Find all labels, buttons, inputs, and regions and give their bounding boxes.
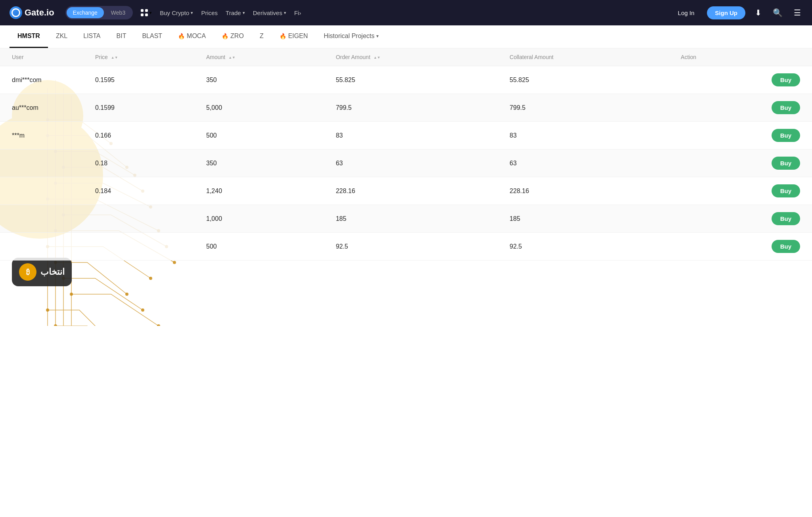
logo-text: Gate.io (25, 8, 54, 18)
trade-chevron-icon: ▾ (243, 10, 245, 15)
tab-eigen[interactable]: 🔥 EIGEN (272, 25, 316, 48)
tabs-row: HMSTR ZKL LISTA BIT BLAST 🔥 MOCA 🔥 ZRO Z… (0, 25, 812, 48)
table-row: 0.18 350 63 63 Buy (0, 149, 812, 177)
col-header-amount: Amount ▲▼ (198, 48, 328, 66)
svg-point-27 (125, 293, 128, 296)
price-sort-icon[interactable]: ▲▼ (111, 56, 118, 59)
col-header-order-amount: Order Amount ▲▼ (328, 48, 502, 66)
exchange-toggle[interactable]: Exchange (67, 7, 104, 18)
download-icon-button[interactable]: ⬇ (753, 6, 763, 19)
menu-icon-button[interactable]: ☰ (792, 6, 802, 19)
apps-icon-area[interactable]: ▾ (141, 9, 152, 16)
tab-blast[interactable]: BLAST (134, 25, 170, 48)
cell-price: 0.184 (87, 177, 198, 205)
buy-button[interactable]: Buy (772, 212, 800, 225)
cell-order-amount: 83 (328, 122, 502, 149)
nav-fi[interactable]: Fi› (294, 10, 301, 16)
cell-order-amount: 92.5 (328, 233, 502, 260)
cell-order-amount: 185 (328, 205, 502, 233)
cell-collateral-amount: 83 (502, 122, 673, 149)
cell-price: 0.1595 (87, 66, 198, 94)
svg-point-13 (54, 261, 57, 264)
col-header-collateral-amount: Collateral Amount (502, 48, 673, 66)
historical-chevron-icon: ▾ (376, 33, 379, 39)
cell-user (0, 149, 87, 177)
svg-point-28 (141, 308, 144, 312)
login-button[interactable]: Log In (673, 6, 699, 19)
search-icon-button[interactable]: 🔍 (771, 6, 784, 19)
svg-point-26 (149, 277, 152, 280)
cell-action: Buy (673, 122, 812, 149)
buy-button[interactable]: Buy (772, 240, 800, 253)
tab-zro[interactable]: 🔥 ZRO (214, 25, 252, 48)
table-area: ₿ انتخاب User Price ▲▼ Amount ▲▼ Order A… (0, 48, 812, 326)
cell-action: Buy (673, 94, 812, 122)
tab-moca[interactable]: 🔥 MOCA (170, 25, 214, 48)
svg-point-29 (157, 324, 160, 326)
tab-lista[interactable]: LISTA (75, 25, 108, 48)
table-row: 0.184 1,240 228.16 228.16 Buy (0, 177, 812, 205)
cell-user (0, 177, 87, 205)
data-table: User Price ▲▼ Amount ▲▼ Order Amount ▲▼ … (0, 48, 812, 260)
cell-amount: 500 (198, 233, 328, 260)
buy-button[interactable]: Buy (772, 73, 800, 86)
cell-price: 0.18 (87, 149, 198, 177)
cell-collateral-amount: 228.16 (502, 177, 673, 205)
cell-amount: 1,000 (198, 205, 328, 233)
apps-chevron-icon: ▾ (149, 10, 152, 15)
svg-point-16 (46, 308, 49, 312)
tab-zkl[interactable]: ZKL (48, 25, 75, 48)
cell-user (0, 233, 87, 260)
tab-z[interactable]: Z (252, 25, 272, 48)
watermark-badge: ₿ انتخاب (12, 258, 72, 286)
web3-toggle[interactable]: Web3 (105, 7, 132, 18)
buy-button[interactable]: Buy (772, 129, 800, 142)
nav-prices[interactable]: Prices (201, 10, 218, 16)
cell-amount: 350 (198, 149, 328, 177)
watermark-icon: ₿ (19, 263, 36, 281)
cell-amount: 500 (198, 122, 328, 149)
col-header-user: User (0, 48, 87, 66)
svg-point-17 (54, 324, 57, 326)
signup-button[interactable]: Sign Up (707, 6, 745, 19)
buy-button[interactable]: Buy (772, 157, 800, 170)
cell-action: Buy (673, 66, 812, 94)
eigen-fire-icon: 🔥 (280, 33, 286, 39)
tab-hmstr[interactable]: HMSTR (10, 25, 48, 48)
watermark-text: انتخاب (40, 267, 65, 277)
cell-user: ***m (0, 122, 87, 149)
zro-fire-icon: 🔥 (222, 33, 228, 39)
cell-order-amount: 63 (328, 149, 502, 177)
cell-order-amount: 55.825 (328, 66, 502, 94)
buy-crypto-chevron-icon: ▾ (191, 10, 193, 15)
svg-point-15 (70, 293, 73, 296)
order-amount-sort-icon[interactable]: ▲▼ (373, 56, 381, 59)
tab-historical-projects[interactable]: Historical Projects ▾ (316, 25, 387, 48)
cell-collateral-amount: 63 (502, 149, 673, 177)
cell-collateral-amount: 799.5 (502, 94, 673, 122)
tab-bit[interactable]: BIT (109, 25, 134, 48)
cell-user: au***com (0, 94, 87, 122)
buy-button[interactable]: Buy (772, 101, 800, 114)
cell-amount: 350 (198, 66, 328, 94)
cell-action: Buy (673, 205, 812, 233)
nav-trade[interactable]: Trade ▾ (226, 10, 245, 16)
svg-point-25 (173, 261, 176, 264)
navbar: Gate.io Exchange Web3 ▾ Buy Crypto ▾ Pri… (0, 0, 812, 25)
buy-button[interactable]: Buy (772, 184, 800, 197)
table-row: 1,000 185 185 Buy (0, 205, 812, 233)
logo-icon (10, 6, 22, 19)
table-row: au***com 0.1599 5,000 799.5 799.5 Buy (0, 94, 812, 122)
nav-derivatives[interactable]: Derivatives ▾ (253, 10, 286, 16)
table-header: User Price ▲▼ Amount ▲▼ Order Amount ▲▼ … (0, 48, 812, 66)
cell-price (87, 233, 198, 260)
col-header-price: Price ▲▼ (87, 48, 198, 66)
cell-collateral-amount: 185 (502, 205, 673, 233)
nav-buy-crypto[interactable]: Buy Crypto ▾ (160, 10, 193, 16)
cell-order-amount: 799.5 (328, 94, 502, 122)
cell-order-amount: 228.16 (328, 177, 502, 205)
cell-price: 0.1599 (87, 94, 198, 122)
cell-action: Buy (673, 177, 812, 205)
amount-sort-icon[interactable]: ▲▼ (228, 56, 236, 59)
derivatives-chevron-icon: ▾ (284, 10, 286, 15)
